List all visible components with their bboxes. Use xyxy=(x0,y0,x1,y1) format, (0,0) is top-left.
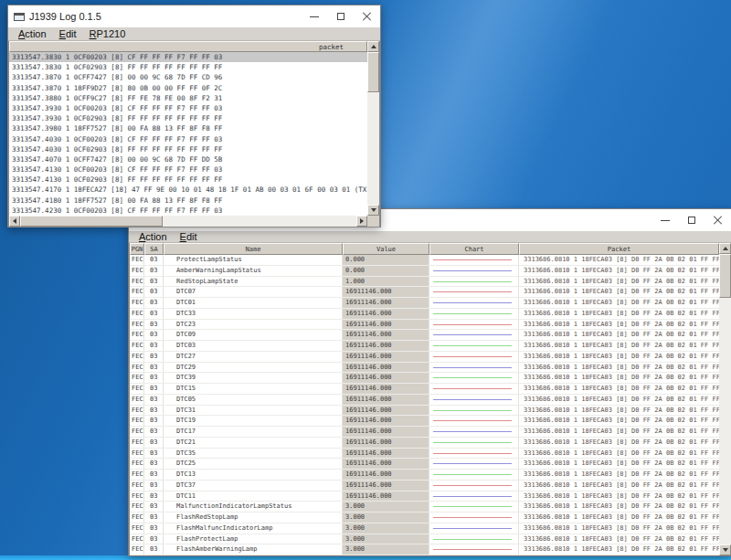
close-icon xyxy=(363,12,372,21)
table-row[interactable]: FECB03DTC2716911146.0003313686.0810 1 18… xyxy=(130,352,719,363)
table-row[interactable]: FECB03DTC0116911146.0003313686.0810 1 18… xyxy=(130,298,719,309)
scrollbar-thumb[interactable] xyxy=(367,52,379,92)
maximize-button[interactable] xyxy=(327,5,354,27)
log-row[interactable]: 3313547.3870 1 18FF9D27 [8] 80 0B 00 00 … xyxy=(9,83,367,93)
menu-edit[interactable]: Edit xyxy=(53,27,83,40)
cell-sa: 03 xyxy=(144,330,164,340)
cell-value: 3.000 xyxy=(343,534,429,544)
log-row[interactable]: 3313547.3830 1 0CF02903 [8] FF FF FF FF … xyxy=(9,62,367,72)
cell-chart xyxy=(429,341,519,351)
data-vertical-scrollbar[interactable] xyxy=(719,243,731,555)
column-header-name[interactable]: Name xyxy=(164,243,343,255)
chart-sparkline xyxy=(433,291,512,292)
log-window-titlebar[interactable]: J1939 Log 0.1.5 xyxy=(8,5,380,27)
table-row[interactable]: FECB03FlashAmberWarningLamp3.0003313686.… xyxy=(130,544,719,555)
menu-rp1210[interactable]: RP1210 xyxy=(83,27,132,40)
log-row[interactable]: 3313547.3930 1 0CF02903 [8] FF FF FF FF … xyxy=(9,113,367,123)
scrollbar-thumb[interactable] xyxy=(719,254,731,298)
log-row[interactable]: 3313547.4030 1 0CF02903 [8] FF FF FF FF … xyxy=(9,144,367,154)
table-row[interactable]: FECB03ProtectLampStatus0.0003313686.0810… xyxy=(130,255,719,266)
log-table: packet 3313547.3830 1 0CF00203 [8] CF FF… xyxy=(8,41,380,227)
table-row[interactable]: FECB03DTC3716911146.0003313686.0810 1 18… xyxy=(130,481,719,491)
table-row[interactable]: FECB03FlashMalfuncIndicatorLamp3.0003313… xyxy=(130,523,719,534)
scroll-down-button[interactable] xyxy=(367,205,379,216)
table-row[interactable]: FECB03DTC2116911146.0003313686.0810 1 18… xyxy=(130,438,719,449)
cell-packet: 3313686.0810 1 18FECA03 [8] D0 FF 2A 0B … xyxy=(519,438,719,448)
log-row[interactable]: 3313547.4030 1 0CF00203 [8] CF FF FF FF … xyxy=(9,134,367,144)
table-row[interactable]: FECB03DTC2916911146.0003313686.0810 1 18… xyxy=(130,363,719,374)
cell-sa: 03 xyxy=(144,352,164,362)
scroll-up-button[interactable] xyxy=(719,243,731,254)
table-row[interactable]: FECB03DTC3116911146.0003313686.0810 1 18… xyxy=(130,406,719,417)
log-row[interactable]: 3313547.3880 1 0CFF9C27 [8] FF FE 78 FE … xyxy=(9,93,367,103)
table-row[interactable]: FECB03DTC0916911146.0003313686.0810 1 18… xyxy=(130,330,719,341)
table-row[interactable]: FECB03RedStopLampState1.0003313686.0810 … xyxy=(130,277,719,288)
log-table-header[interactable]: packet xyxy=(9,41,367,52)
cell-chart xyxy=(429,287,519,297)
data-table: PGNSANameValueChartPacket FECB03ProtectL… xyxy=(129,243,731,555)
header-scroll-stub[interactable] xyxy=(367,41,379,52)
log-row[interactable]: 3313547.4170 1 18FECA27 [18] 47 FF 9E 00… xyxy=(9,185,367,195)
table-row[interactable]: FECB03DTC0516911146.0003313686.0810 1 18… xyxy=(130,395,719,406)
table-row[interactable]: FECB03DTC2316911146.0003313686.0810 1 18… xyxy=(130,320,719,331)
log-row[interactable]: 3313547.4130 1 0CF02903 [8] FF FF FF FF … xyxy=(9,174,367,185)
log-row[interactable]: 3313547.4180 1 18FF7527 [8] 00 FA 88 13 … xyxy=(9,195,367,206)
table-row[interactable]: FECB03DTC0316911146.0003313686.0810 1 18… xyxy=(130,341,719,352)
cell-chart xyxy=(429,363,519,373)
column-header-chart[interactable]: Chart xyxy=(429,243,519,255)
scroll-right-button[interactable] xyxy=(356,216,367,227)
table-row[interactable]: FECB03FlashProtectLamp3.0003313686.0810 … xyxy=(130,534,719,545)
log-row[interactable]: 3313547.3870 1 0CFF7427 [8] 00 00 9C 68 … xyxy=(9,72,367,82)
log-vertical-scrollbar[interactable] xyxy=(367,52,379,216)
cell-pgn: FECB xyxy=(130,491,144,502)
table-row[interactable]: FECB03DTC3316911146.0003313686.0810 1 18… xyxy=(130,309,719,320)
log-row[interactable]: 3313547.3980 1 18FF7527 [8] 00 FA 88 13 … xyxy=(9,123,367,133)
cell-packet: 3313686.0810 1 18FECA03 [8] D0 FF 2A 0B … xyxy=(519,255,719,265)
log-row[interactable]: 3313547.4230 1 0CF00203 [8] CF FF FF FF … xyxy=(9,206,367,216)
menu-edit[interactable]: Edit xyxy=(174,230,204,243)
table-row[interactable]: FECB03FlashRedStopLamp3.0003313686.0810 … xyxy=(130,512,719,523)
table-row[interactable]: FECB03DTC1716911146.0003313686.0810 1 18… xyxy=(130,427,719,438)
log-row[interactable]: 3313547.4070 1 0CFF7427 [8] 00 00 9C 68 … xyxy=(9,154,367,164)
table-row[interactable]: FECB03DTC1316911146.0003313686.0810 1 18… xyxy=(130,470,719,481)
close-button[interactable] xyxy=(354,5,380,27)
table-row[interactable]: FECB03DTC1116911146.0003313686.0810 1 18… xyxy=(130,491,719,502)
chart-sparkline xyxy=(433,442,512,443)
table-row[interactable]: FECB03DTC3916911146.0003313686.0810 1 18… xyxy=(130,373,719,384)
table-row[interactable]: FECB03MalfunctionIndicatorLampStatus3.00… xyxy=(130,502,719,512)
table-row[interactable]: FECB03DTC3516911146.0003313686.0810 1 18… xyxy=(130,449,719,460)
minimize-button[interactable] xyxy=(301,5,327,27)
cell-packet: 3313686.0810 1 18FECA03 [8] D0 FF 2A 0B … xyxy=(519,406,719,416)
cell-packet: 3313686.0810 1 18FECA03 [8] D0 FF 2A 0B … xyxy=(519,287,719,297)
cell-chart xyxy=(429,502,519,512)
table-row[interactable]: FECB03DTC2516911146.0003313686.0810 1 18… xyxy=(130,459,719,470)
column-header-packet[interactable]: Packet xyxy=(519,243,719,255)
chart-sparkline xyxy=(433,377,512,378)
menu-action[interactable]: Action xyxy=(132,230,174,243)
column-header-pgn[interactable]: PGN xyxy=(130,243,144,255)
cell-sa: 03 xyxy=(144,363,164,373)
cell-name: DTC39 xyxy=(164,373,343,383)
table-row[interactable]: FECB03DTC0716911146.0003313686.0810 1 18… xyxy=(130,287,719,298)
scrollbar-thumb[interactable] xyxy=(20,216,163,227)
scroll-down-button[interactable] xyxy=(719,544,731,555)
log-row[interactable]: 3313547.3930 1 0CF00203 [8] CF FF FF FF … xyxy=(9,103,367,113)
maximize-button[interactable] xyxy=(678,209,705,231)
table-row[interactable]: FECB03DTC1516911146.0003313686.0810 1 18… xyxy=(130,384,719,395)
log-row[interactable]: 3313547.3830 1 0CF00203 [8] CF FF FF FF … xyxy=(9,52,367,62)
menu-action[interactable]: Action xyxy=(12,27,53,40)
column-header-value[interactable]: Value xyxy=(343,243,429,255)
cell-chart xyxy=(429,427,519,437)
minimize-button[interactable] xyxy=(652,209,678,231)
table-row[interactable]: FECB03DTC1916911146.0003313686.0810 1 18… xyxy=(130,416,719,427)
log-horizontal-scrollbar[interactable] xyxy=(9,216,367,227)
log-row[interactable]: 3313547.4130 1 0CF00203 [8] CF FF FF FF … xyxy=(9,164,367,174)
close-button[interactable] xyxy=(705,209,731,231)
table-row[interactable]: FECB03AmberWarningLampStatus0.0003313686… xyxy=(130,266,719,277)
scroll-left-button[interactable] xyxy=(9,216,20,227)
cell-packet: 3313686.0810 1 18FECA03 [8] D0 FF 2A 0B … xyxy=(519,277,719,287)
log-window-menubar: ActionEditRP1210 xyxy=(8,27,380,41)
cell-value: 0.000 xyxy=(343,266,429,276)
column-header-sa[interactable]: SA xyxy=(144,243,164,255)
cell-value: 1.000 xyxy=(343,277,429,287)
